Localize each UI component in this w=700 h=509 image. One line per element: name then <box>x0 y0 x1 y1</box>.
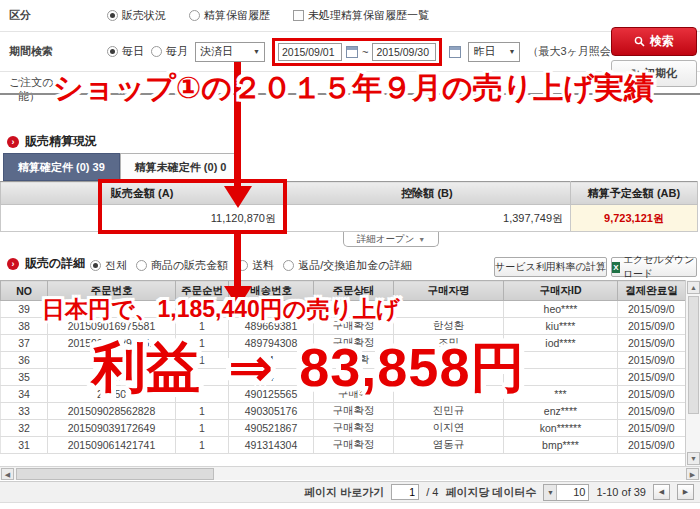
radio-icon[interactable] <box>107 10 118 21</box>
col-header-no: NO <box>1 281 48 301</box>
scroll-down-icon[interactable]: ▼ <box>687 452 700 465</box>
detail-open-toggle[interactable]: 詳細オープン ▼ <box>343 232 439 247</box>
radio-icon[interactable] <box>283 260 294 271</box>
checkbox-unprocessed-hold[interactable]: 未処理精算保留履歴一覧 <box>293 8 429 23</box>
service-rate-button[interactable]: サービス利用料率の計算 <box>494 257 607 277</box>
calendar-icon[interactable] <box>449 46 461 58</box>
cell-order-no: 201509061421741 <box>48 437 176 454</box>
radio-shipping[interactable]: 送料 <box>237 258 274 273</box>
cell-status: 구매확정 <box>314 420 394 437</box>
radio-all-label: 전체 <box>105 258 127 273</box>
detail-options: 전체 商品の販売金額 送料 返品/交換追加金の詳細 <box>90 258 412 273</box>
search-button[interactable]: 検索 <box>611 27 697 56</box>
sales-amount-highlight-box <box>98 179 287 234</box>
date-type-select[interactable]: 決済日 ▼ <box>195 42 265 62</box>
detail-section-title: › 販売の詳細 <box>7 255 85 272</box>
radio-item-sales[interactable]: 商品の販売金額 <box>136 258 228 273</box>
cell-ship-no: 490521867 <box>229 420 314 437</box>
radio-icon[interactable] <box>136 260 147 271</box>
radio-daily[interactable]: 毎日 <box>107 44 144 59</box>
vertical-scrollbar[interactable]: ▲ ▼ <box>685 280 700 466</box>
cell-buyer: 한성환 <box>394 318 504 335</box>
calendar-icon[interactable] <box>346 46 358 58</box>
date-preset-value: 昨日 <box>473 44 495 59</box>
vertical-scrollbar-thumb[interactable] <box>688 296 699 414</box>
per-page-select[interactable]: ▼ 10 <box>543 484 589 501</box>
cell-seq: 1 <box>176 403 229 420</box>
cell-buyer: 염동규 <box>394 437 504 454</box>
cell-seq: 1 <box>176 420 229 437</box>
date-to-input[interactable] <box>372 43 436 61</box>
date-preset-select[interactable]: 昨日 ▼ <box>468 42 520 62</box>
scroll-right-icon[interactable]: ▶ <box>686 468 699 480</box>
cell-order-no: 201509028562828 <box>48 403 176 420</box>
category-row: 区分 販売状況 精算保留履歴 未処理精算保留履歴一覧 <box>0 0 700 32</box>
col-header-pay-date: 결제완료일 <box>618 281 686 301</box>
tab-confirmed[interactable]: 精算確定件 (0) 39 <box>3 153 120 181</box>
page-total-label: / 4 <box>426 486 438 498</box>
settlement-section-title: › 販売精算現況 <box>7 133 97 150</box>
tab-unconfirmed[interactable]: 精算未確定件 (0) 0 <box>120 153 242 181</box>
cell-status: 구매확정 <box>314 403 394 420</box>
date-range-tilde: ~ <box>362 46 368 58</box>
radio-icon[interactable] <box>189 10 200 21</box>
annotation-profit-label: 利益 <box>92 336 200 398</box>
radio-return-exchange[interactable]: 返品/交換追加金の詳細 <box>283 258 411 273</box>
cell-buyer-id: bmp**** <box>504 437 618 454</box>
page-number-input[interactable] <box>391 484 419 500</box>
radio-settlement-hold[interactable]: 精算保留履歴 <box>189 8 270 23</box>
radio-monthly-label: 毎月 <box>166 44 188 59</box>
radio-all[interactable]: 전체 <box>90 258 127 273</box>
radio-icon[interactable] <box>107 46 118 57</box>
date-type-value: 決済日 <box>200 44 233 59</box>
date-from-input[interactable] <box>278 43 342 61</box>
prev-page-button[interactable]: ◀ <box>653 484 670 500</box>
detail-title-text: 販売の詳細 <box>25 255 85 272</box>
col-header-buyer: 구매자명 <box>394 281 504 301</box>
summary-expected-header: 精算予定金額 (AB) <box>571 182 698 205</box>
radio-icon[interactable] <box>151 46 162 57</box>
sales-settlement-page: 区分 販売状況 精算保留履歴 未処理精算保留履歴一覧 期間検索 <box>0 0 700 509</box>
cell-pay-date: 2015/09/0 <box>618 369 686 386</box>
cell-pay-date: 2015/09/0 <box>618 420 686 437</box>
cell-no: 31 <box>1 437 48 454</box>
radio-monthly[interactable]: 毎月 <box>151 44 188 59</box>
summary-deduction-amount: 1,397,749원 <box>284 205 571 232</box>
scroll-up-icon[interactable]: ▲ <box>687 281 700 294</box>
pagination-bar: 페이지 바로가기 / 4 페이지당 데이터수 ▼ 10 1-10 of 39 ◀… <box>0 481 700 503</box>
cell-buyer-id: heo**** <box>504 301 618 318</box>
cell-ship-no: 490305176 <box>229 403 314 420</box>
period-label: 期間検索 <box>0 44 107 59</box>
annotation-profit: 利益 ⇒ 83,858円 <box>92 336 525 398</box>
scroll-left-icon[interactable]: ◀ <box>1 468 14 480</box>
cell-buyer-id: kiu**** <box>504 318 618 335</box>
page-goto-label: 페이지 바로가기 <box>304 485 384 500</box>
cell-order-no: 201509039172649 <box>48 420 176 437</box>
cell-no: 39 <box>1 301 48 318</box>
cell-buyer: 이지연 <box>394 420 504 437</box>
radio-sales-status[interactable]: 販売状況 <box>107 8 166 23</box>
detail-open-label: 詳細オープン <box>357 233 415 246</box>
cell-buyer-id: kon****** <box>504 420 618 437</box>
checkbox-icon[interactable] <box>293 10 304 21</box>
chevron-down-icon: ▼ <box>544 485 557 500</box>
excel-download-label: エクセルダウンロード <box>623 253 696 281</box>
checkbox-unprocessed-hold-label: 未処理精算保留履歴一覧 <box>308 8 429 23</box>
radio-icon[interactable] <box>90 260 101 271</box>
cell-buyer: 진민규 <box>394 403 504 420</box>
excel-download-button[interactable]: X エクセルダウンロード <box>611 257 697 277</box>
category-label: 区分 <box>0 8 107 23</box>
date-range-highlight-box: ~ <box>272 38 442 66</box>
red-arrow-line <box>234 232 241 288</box>
cell-no: 34 <box>1 386 48 403</box>
next-page-button[interactable]: ▶ <box>677 484 694 500</box>
summary-deduction-header: 控除額 (B) <box>284 182 571 205</box>
settlement-tabs: 精算確定件 (0) 39 精算未確定件 (0) 0 <box>3 153 241 181</box>
radio-return-exchange-label: 返品/交換追加金の詳細 <box>298 258 411 273</box>
horizontal-scrollbar[interactable]: ◀ ▶ <box>0 466 700 480</box>
search-icon <box>634 36 645 47</box>
cell-pay-date: 2015/09/0 <box>618 403 686 420</box>
cell-buyer-id: enz**** <box>504 403 618 420</box>
horizontal-scrollbar-thumb[interactable] <box>16 468 214 480</box>
cell-no: 33 <box>1 403 48 420</box>
